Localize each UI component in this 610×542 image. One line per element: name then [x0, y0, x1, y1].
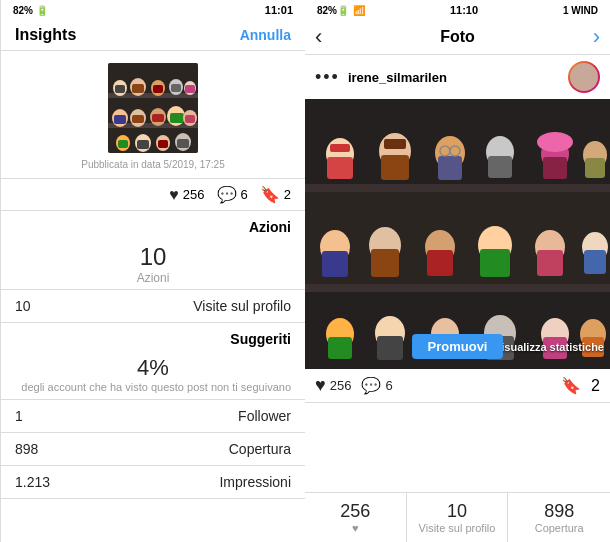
svg-rect-64: [537, 250, 563, 276]
annulla-link[interactable]: Annulla: [240, 27, 291, 43]
svg-rect-51: [543, 157, 567, 179]
bottom-likes-icon: ♥: [352, 522, 359, 534]
impressioni-value: 1.213: [15, 474, 50, 490]
left-header: Insights Annulla: [1, 20, 305, 51]
comment-icon-left: 💬: [217, 185, 237, 204]
bottom-copertura-label: Copertura: [535, 522, 584, 534]
comments-stat: 💬 6: [217, 185, 248, 204]
left-status-battery: 82% 🔋: [13, 5, 48, 16]
svg-rect-56: [322, 251, 348, 277]
follower-value: 1: [15, 408, 23, 424]
bookmark-icon-right[interactable]: 🔖: [561, 376, 581, 395]
battery-right: 82%🔋: [317, 5, 349, 16]
profilo-row: 10 Visite sul profilo: [1, 290, 305, 323]
user-avatar[interactable]: [568, 61, 600, 93]
copertura-label: Copertura: [229, 441, 291, 457]
svg-rect-39: [327, 157, 353, 179]
insights-title: Insights: [15, 26, 76, 44]
suggeriti-percent: 4%: [15, 355, 291, 381]
svg-rect-66: [584, 250, 606, 274]
svg-rect-29: [158, 140, 168, 148]
suggeriti-section-header: Suggeriti: [1, 323, 305, 349]
post-date: Pubblicata in data 5/2019, 17:25: [81, 159, 224, 170]
bookmark-icon-left: 🔖: [260, 185, 280, 204]
svg-rect-33: [305, 184, 610, 192]
suggeriti-desc: degli account che ha visto questo post n…: [15, 381, 291, 393]
svg-rect-9: [153, 85, 163, 93]
status-bar-left: 82% 🔋 11:01: [1, 0, 305, 20]
svg-rect-15: [114, 115, 126, 124]
azioni-value: 10: [140, 243, 167, 271]
impressioni-label: Impressioni: [219, 474, 291, 490]
right-post-stats: ♥ 256 💬 6 🔖 2: [305, 369, 610, 403]
svg-rect-19: [152, 114, 164, 122]
svg-rect-42: [381, 155, 409, 180]
svg-rect-23: [185, 115, 195, 123]
likes-stat: ♥ 256: [169, 186, 204, 204]
post-thumbnail: [108, 63, 198, 153]
post-image: Promuovi Visualizza statistiche: [305, 99, 610, 369]
bookmarks-stat: 🔖 2: [260, 185, 291, 204]
azioni-sublabel: Azioni: [137, 271, 170, 285]
back-button[interactable]: ‹: [315, 24, 322, 50]
post-preview: Pubblicata in data 5/2019, 17:25: [1, 51, 305, 179]
svg-rect-5: [115, 85, 125, 93]
suggeriti-block: 4% degli account che ha visto questo pos…: [1, 349, 305, 400]
svg-rect-68: [328, 337, 352, 359]
svg-rect-40: [330, 144, 350, 152]
profilo-label: Visite sul profilo: [193, 298, 291, 314]
svg-rect-43: [384, 139, 406, 149]
copertura-row: 898 Copertura: [1, 433, 305, 466]
azioni-section-header: Azioni: [1, 211, 305, 237]
svg-rect-49: [488, 156, 512, 178]
left-panel: 82% 🔋 11:01 Insights Annulla: [0, 0, 305, 542]
forward-button[interactable]: ›: [593, 24, 600, 50]
bottom-profilo-value: 10: [447, 501, 467, 522]
avatar-image: [570, 63, 598, 91]
svg-rect-45: [438, 156, 462, 180]
svg-rect-21: [170, 113, 184, 123]
heart-icon-right[interactable]: ♥: [315, 375, 326, 396]
bottom-likes-value: 256: [340, 501, 370, 522]
shelf-background: Promuovi Visualizza statistiche: [305, 99, 610, 369]
impressioni-row: 1.213 Impressioni: [1, 466, 305, 499]
user-row: ••• irene_silmarilen: [305, 55, 610, 99]
signal-icons: 📶: [353, 5, 365, 16]
three-dots-menu[interactable]: •••: [315, 67, 340, 88]
network-label: 1 WIND: [563, 5, 598, 16]
right-bottom-stats: 256 ♥ 10 Visite sul profilo 898 Copertur…: [305, 492, 610, 542]
right-status-time: 11:10: [450, 4, 478, 16]
svg-rect-13: [185, 85, 195, 93]
azioni-metric: 10 Azioni: [1, 237, 305, 290]
post-stats-left: ♥ 256 💬 6 🔖 2: [1, 179, 305, 211]
svg-rect-54: [585, 158, 605, 178]
right-comments: 💬 6: [361, 376, 392, 395]
follower-label: Follower: [238, 408, 291, 424]
bottom-stat-copertura: 898 Copertura: [508, 493, 610, 542]
svg-rect-17: [132, 115, 144, 123]
suggeriti-label: Suggeriti: [230, 331, 291, 347]
follower-row: 1 Follower: [1, 400, 305, 433]
bottom-profilo-label: Visite sul profilo: [419, 522, 496, 534]
svg-rect-60: [427, 250, 453, 276]
bottom-stat-likes: 256 ♥: [305, 493, 407, 542]
svg-rect-7: [132, 84, 144, 93]
svg-rect-25: [118, 140, 128, 148]
copertura-value: 898: [15, 441, 38, 457]
svg-rect-62: [480, 249, 510, 277]
profilo-value: 10: [15, 298, 31, 314]
svg-rect-11: [171, 84, 181, 92]
username-label: irene_silmarilen: [348, 70, 447, 85]
right-status-left: 82%🔋 📶: [317, 5, 365, 16]
comment-icon-right[interactable]: 💬: [361, 376, 381, 395]
bottom-stat-profilo: 10 Visite sul profilo: [407, 493, 509, 542]
svg-rect-34: [305, 284, 610, 292]
status-bar-right: 82%🔋 📶 11:10 1 WIND: [305, 0, 610, 20]
bottom-copertura-value: 898: [544, 501, 574, 522]
svg-rect-27: [137, 140, 149, 149]
azioni-label: Azioni: [249, 219, 291, 235]
svg-rect-58: [371, 249, 399, 277]
svg-rect-31: [177, 139, 189, 148]
foto-title: Foto: [440, 28, 475, 46]
promuovi-button[interactable]: Promuovi: [412, 334, 504, 359]
